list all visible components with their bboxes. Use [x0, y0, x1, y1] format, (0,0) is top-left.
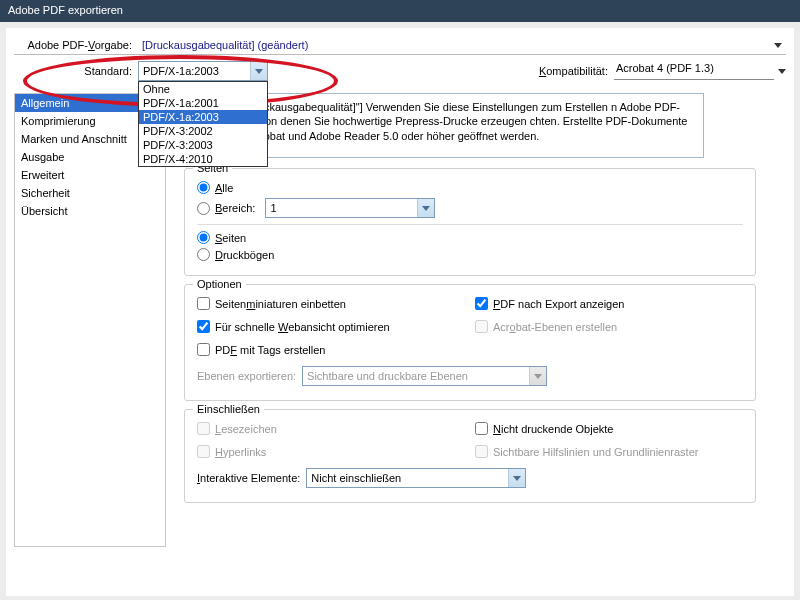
dd-option[interactable]: Ohne — [139, 82, 267, 96]
check-nicht-druckend[interactable] — [475, 422, 488, 435]
check-hilfslinien — [475, 445, 488, 458]
compat-row: Kompatibilität: Acrobat 4 (PDF 1.3) — [539, 62, 786, 80]
radio-alle[interactable] — [197, 181, 210, 194]
compat-dropdown-arrow[interactable] — [778, 69, 786, 74]
ebenen-label: Ebenen exportieren: — [197, 370, 296, 382]
radio-bereich-label: Bereich: — [215, 202, 255, 214]
check-hilfslinien-label: Sichtbare Hilfslinien und Grundlinienras… — [493, 446, 698, 458]
radio-druckboegen[interactable] — [197, 248, 210, 261]
check-tags-label: PDF mit Tags erstellen — [215, 344, 325, 356]
dropdown-arrow-icon[interactable] — [250, 62, 267, 80]
check-lesezeichen — [197, 422, 210, 435]
title-bar: Adobe PDF exportieren — [0, 0, 800, 22]
sidebar-item-erweitert[interactable]: Erweitert — [15, 166, 165, 184]
radio-bereich[interactable] — [197, 202, 210, 215]
range-arrow-icon[interactable] — [417, 199, 434, 217]
options-group: Optionen Seitenminiaturen einbetten PDF … — [184, 284, 756, 401]
include-group-title: Einschließen — [193, 403, 264, 415]
check-hyperlinks — [197, 445, 210, 458]
standard-label: Standard: — [14, 65, 132, 77]
standard-dropdown-list: Ohne PDF/X-1a:2001 PDF/X-1a:2003 PDF/X-3… — [138, 81, 268, 167]
dd-option[interactable]: PDF/X-3:2002 — [139, 124, 267, 138]
radio-druckboegen-label: Druckbögen — [215, 249, 274, 261]
interaktive-label: Interaktive Elemente: — [197, 472, 300, 484]
radio-seiten[interactable] — [197, 231, 210, 244]
radio-seiten-label: Seiten — [215, 232, 246, 244]
dd-option[interactable]: PDF/X-1a:2001 — [139, 96, 267, 110]
dd-option[interactable]: PDF/X-3:2003 — [139, 138, 267, 152]
dialog-body: Adobe PDF-Vorgabe: [Druckausgabequalität… — [6, 28, 794, 596]
compat-label: Kompatibilität: — [539, 65, 608, 77]
check-miniaturen-label: Seitenminiaturen einbetten — [215, 298, 346, 310]
compat-value[interactable]: Acrobat 4 (PDF 1.3) — [614, 62, 774, 80]
check-hyperlinks-label: Hyperlinks — [215, 446, 266, 458]
options-group-title: Optionen — [193, 278, 246, 290]
check-nicht-druckend-label: Nicht druckende Objekte — [493, 423, 613, 435]
preset-dropdown-arrow[interactable] — [769, 36, 786, 54]
include-group: Einschließen Lesezeichen Nicht druckende… — [184, 409, 756, 503]
check-lesezeichen-label: Lesezeichen — [215, 423, 277, 435]
window-title: Adobe PDF exportieren — [8, 4, 123, 16]
sidebar-item-uebersicht[interactable]: Übersicht — [15, 202, 165, 220]
radio-alle-label: Alle — [215, 182, 233, 194]
ebenen-arrow-icon — [529, 367, 546, 385]
preset-label: Adobe PDF-Vorgabe: — [14, 39, 132, 51]
pages-group: Seiten Alle Bereich: 1 Seiten — [184, 168, 756, 276]
check-acrobat-ebenen-label: Acrobat-Ebenen erstellen — [493, 321, 617, 333]
standard-dropdown[interactable]: PDF/X-1a:2003 Ohne PDF/X-1a:2001 PDF/X-1… — [138, 61, 268, 81]
dd-option[interactable]: PDF/X-1a:2003 — [139, 110, 267, 124]
ebenen-select: Sichtbare und druckbare Ebenen — [302, 366, 547, 386]
check-acrobat-ebenen — [475, 320, 488, 333]
check-pdf-export[interactable] — [475, 297, 488, 310]
dd-option[interactable]: PDF/X-4:2010 — [139, 152, 267, 166]
interaktive-select[interactable]: Nicht einschließen — [306, 468, 526, 488]
check-web[interactable] — [197, 320, 210, 333]
check-tags[interactable] — [197, 343, 210, 356]
check-pdf-export-label: PDF nach Export anzeigen — [493, 298, 624, 310]
preset-value[interactable]: [Druckausgabequalität] (geändert) — [138, 39, 769, 51]
check-web-label: Für schnelle Webansicht optimieren — [215, 321, 390, 333]
check-miniaturen[interactable] — [197, 297, 210, 310]
sidebar-item-sicherheit[interactable]: Sicherheit — [15, 184, 165, 202]
interaktive-arrow-icon[interactable] — [508, 469, 525, 487]
range-select[interactable]: 1 — [265, 198, 435, 218]
